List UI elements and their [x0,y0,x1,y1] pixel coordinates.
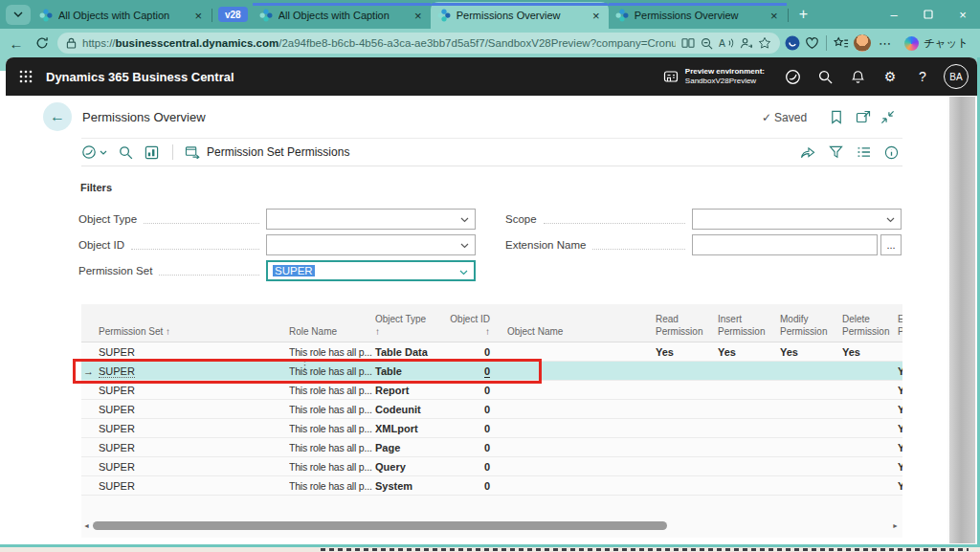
cell-role-name[interactable]: This role has all p... [289,461,375,473]
list-view-icon[interactable] [857,146,871,158]
zoom-out-icon[interactable] [701,37,713,50]
copilot-action-button[interactable] [81,144,107,160]
cell-object-type[interactable]: XMLport [375,423,447,434]
cell-role-name[interactable]: This role has all p... [289,442,375,453]
filter-funnel-icon[interactable] [829,145,843,159]
bookmark-icon[interactable] [831,110,842,124]
cell-permission-set[interactable]: SUPER [99,423,289,434]
object-id-dropdown[interactable] [266,234,476,255]
close-window-button[interactable]: × [946,0,980,29]
permission-set-dropdown[interactable]: SUPER [266,260,476,281]
cell-permission-set[interactable]: SUPER [99,385,289,396]
cell-object-id[interactable]: 0 [447,365,494,377]
cell-role-name[interactable]: This role has all p... [289,423,375,434]
col-read-permission[interactable]: ReadPermission [656,314,718,342]
browser-profile-avatar[interactable] [854,34,871,52]
copilot-chat-button[interactable]: チャット [899,36,974,51]
table-row-xmlport[interactable]: SUPER This role has all p... XMLport 0 Y [81,419,902,438]
settings-gear-icon[interactable]: ⚙ [874,69,906,84]
open-in-window-icon[interactable] [856,110,871,123]
cell-object-id[interactable]: 0 [447,480,494,492]
environment-button[interactable]: Preview environment: SandboxV28Preview [663,67,765,87]
cell-execute[interactable]: Y [898,404,902,415]
cell-object-id[interactable]: 0 [447,423,494,434]
cell-role-name[interactable]: This role has all p... [289,480,375,492]
scope-dropdown[interactable] [692,209,902,230]
cell-permission-set[interactable]: SUPER [99,442,289,453]
cell-object-type[interactable]: Query [375,461,447,473]
table-row-query[interactable]: SUPER This role has all p... Query 0 Y [81,457,902,476]
cell-permission-set[interactable]: SUPER [99,461,289,473]
cell-object-type[interactable]: Table Data [375,346,447,358]
table-row-table-selected[interactable]: → SUPER⋮ This role has all p... Table 0 … [81,362,902,381]
col-permission-set[interactable]: Permission Set ↑ [99,326,289,342]
browser-menu-icon[interactable]: ⋯ [876,36,894,51]
browser-essentials-icon[interactable] [805,36,819,50]
app-launcher-icon[interactable] [6,70,46,83]
vertical-scrollbar[interactable] [947,96,977,544]
cell-object-id[interactable]: 0 [447,346,494,358]
cell-execute[interactable]: Y [898,480,902,492]
copilot-header-icon[interactable] [776,69,809,85]
col-modify-permission[interactable]: ModifyPermission [780,314,842,342]
extension-name-input[interactable] [692,234,878,255]
cell-object-id[interactable]: 0 [447,461,494,473]
info-icon[interactable] [884,145,899,160]
col-object-id[interactable]: Object ID ↑ [447,314,494,342]
cell-permission-set[interactable]: SUPER [99,404,289,415]
cell-object-type[interactable]: Page [375,442,447,453]
user-avatar[interactable]: BA [944,64,969,89]
scroll-right-icon[interactable]: ► [892,522,899,529]
cell-permission-set[interactable]: SUPER [99,346,289,358]
row-menu-ellipsis-icon[interactable]: ⋮ [300,359,310,371]
cell-execute[interactable]: Y [898,461,902,473]
cell-role-name[interactable]: This role has all p... [289,346,375,358]
analyze-icon[interactable] [145,145,159,160]
cell-execute[interactable]: Y [898,442,902,453]
horizontal-scrollbar[interactable]: ◄ ► [81,520,902,532]
col-execute-permission[interactable]: EP [898,314,902,342]
scroll-left-icon[interactable]: ◄ [83,522,90,529]
browser-tab-1[interactable]: All Objects with Caption × [33,2,211,29]
permission-set-permissions-button[interactable]: Permission Set Permissions [207,145,349,159]
cell-insert[interactable]: Yes [718,346,780,358]
table-row-codeunit[interactable]: SUPER This role has all p... Codeunit 0 … [81,400,902,419]
help-icon[interactable]: ? [906,69,939,84]
cell-execute[interactable]: Y [898,365,902,377]
col-role-name[interactable]: Role Name [289,326,375,342]
tab-close-icon[interactable]: × [412,9,424,23]
browser-tab-3-active[interactable]: Permissions Overview × [431,2,609,29]
search-list-icon[interactable] [119,145,133,160]
extension-bing-icon[interactable] [785,35,800,51]
col-delete-permission[interactable]: DeletePermission [842,314,898,342]
search-icon[interactable] [809,70,841,84]
browser-tab-4[interactable]: Permissions Overview × [609,2,787,29]
cell-permission-set[interactable]: SUPER [99,480,289,492]
favorites-bar-icon[interactable] [834,36,849,50]
tab-close-icon[interactable]: × [192,9,204,23]
table-row-report[interactable]: SUPER This role has all p... Report 0 Y [81,381,902,400]
tab-search-button[interactable] [6,5,31,25]
cell-object-id[interactable]: 0 [447,385,494,396]
col-insert-permission[interactable]: InsertPermission [718,314,780,342]
cell-permission-set[interactable]: SUPER⋮ [99,365,289,377]
table-row-page[interactable]: SUPER This role has all p... Page 0 Y [81,438,902,457]
col-object-type[interactable]: Object Type↑ [375,314,447,342]
maximize-button[interactable] [911,0,946,29]
cell-modify[interactable]: Yes [780,346,842,358]
cell-object-type[interactable]: Codeunit [375,404,447,415]
col-object-name[interactable]: Object Name [494,326,656,342]
share-icon[interactable] [800,145,815,159]
browser-tab-2[interactable]: All Objects with Caption × [253,2,431,29]
page-back-button[interactable]: ← [43,102,72,131]
vertical-scrollbar-thumb[interactable] [949,97,975,543]
horizontal-scrollbar-thumb[interactable] [93,521,667,530]
table-row-table-data[interactable]: SUPER This role has all p... Table Data … [81,342,902,362]
cell-object-id[interactable]: 0 [447,404,494,415]
favorite-star-icon[interactable] [758,36,771,50]
profile-sync-icon[interactable] [740,37,752,50]
object-type-dropdown[interactable] [266,209,476,230]
cell-object-type[interactable]: Table [375,365,447,377]
collapse-icon[interactable] [880,110,895,124]
back-button[interactable]: ← [6,35,27,52]
